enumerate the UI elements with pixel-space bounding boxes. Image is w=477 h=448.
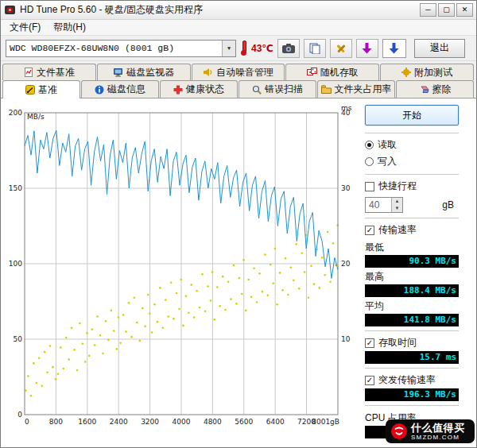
health-cross-icon (173, 85, 183, 95)
menu-file[interactable]: 文件(F) (3, 19, 47, 36)
tab-random-access[interactable]: 随机存取 (285, 64, 379, 80)
thermometer-icon (240, 41, 247, 56)
access-time-label: 存取时间 (378, 336, 417, 350)
spinner[interactable]: ▲▼ (391, 198, 402, 212)
tab-label: 擦除 (432, 83, 452, 96)
info-icon (95, 85, 104, 95)
tab-disk-info[interactable]: 磁盘信息 (81, 80, 159, 98)
tab-folder-usage[interactable]: 文件夹占用率 (317, 80, 395, 98)
file-benchmark-icon (24, 68, 33, 77)
spinner-down-icon[interactable]: ▼ (392, 205, 402, 212)
magnifier-icon (252, 85, 262, 95)
tab-erase[interactable]: 擦除 (396, 80, 474, 98)
divider (365, 368, 459, 369)
svg-text:0: 0 (25, 418, 29, 426)
burst-rate-label: 突发传输速率 (378, 373, 436, 387)
options-button[interactable] (330, 39, 352, 58)
start-button[interactable]: 开始 (365, 105, 459, 126)
drive-select[interactable]: WDC WD80EFZX-68UW8N0 (8001 gB) ▼ (6, 40, 236, 57)
gear-icon (401, 68, 411, 77)
tab-label: 基准 (38, 83, 57, 97)
menubar: 文件(F) 帮助(H) (1, 20, 476, 36)
spinner-up-icon[interactable]: ▲ (392, 198, 402, 205)
temperature-value: 43℃ (251, 43, 273, 54)
read-radio[interactable] (365, 141, 374, 149)
save-results-button[interactable] (356, 39, 378, 58)
access-time-value: 15.7 ms (365, 351, 459, 364)
shortstroke-size-input[interactable]: 40 ▲▼ (365, 197, 403, 213)
copy-button[interactable] (304, 39, 326, 58)
tab-file-benchmark[interactable]: 文件基准 (2, 64, 96, 80)
tab-row-secondary: 文件基准 磁盘监视器 自动噪音管理 (1, 64, 476, 80)
tab-disk-monitor[interactable]: 磁盘监视器 (97, 64, 191, 80)
svg-text:50: 50 (14, 335, 23, 343)
access-time-row[interactable]: ✓ 存取时间 (365, 336, 459, 350)
svg-text:30: 30 (341, 184, 351, 192)
toolbar: WDC WD80EFZX-68UW8N0 (8001 gB) ▼ 43℃ (1, 36, 476, 61)
max-label: 最高 (365, 270, 459, 284)
tab-benchmark[interactable]: 基准 (2, 80, 80, 98)
eraser-icon (419, 85, 429, 94)
svg-text:20: 20 (341, 260, 351, 268)
svg-text:200: 200 (9, 109, 22, 117)
write-label: 写入 (378, 155, 397, 168)
close-button[interactable]: ✕ (456, 3, 473, 17)
burst-rate-checkbox[interactable]: ✓ (365, 376, 374, 385)
smzdm-watermark: 什么值得买 SMZDM.COM (386, 419, 475, 443)
transfer-rate-label: 传输速率 (378, 223, 417, 237)
tab-label: 磁盘信息 (107, 83, 145, 96)
speaker-icon (203, 68, 213, 77)
burst-rate-row[interactable]: ✓ 突发传输速率 (365, 373, 459, 387)
tab-label: 错误扫描 (265, 83, 303, 96)
minimize-button[interactable]: ─ (420, 3, 436, 17)
svg-text:MB/s: MB/s (27, 113, 45, 121)
benchmark-chart: 501001502000MB/s10203040ms08001600240032… (2, 102, 362, 427)
tab-aam[interactable]: 自动噪音管理 (192, 64, 285, 80)
write-radio-row[interactable]: 写入 (365, 155, 459, 168)
write-radio[interactable] (365, 157, 374, 166)
shortstroke-size-value: 40 (366, 198, 391, 212)
svg-text:10: 10 (341, 335, 351, 343)
transfer-rate-row[interactable]: ✓ 传输速率 (365, 223, 459, 237)
tab-label: 健康状态 (186, 83, 224, 96)
menu-help[interactable]: 帮助(H) (47, 19, 92, 36)
shortstroke-unit-label: gB (442, 199, 459, 210)
min-label: 最低 (365, 241, 459, 254)
copy-icon (309, 43, 320, 54)
screenshot-button[interactable] (277, 39, 300, 58)
tab-extra-tests[interactable]: 附加测试 (380, 64, 474, 80)
tab-error-scan[interactable]: 错误扫描 (238, 80, 316, 98)
folder-icon (321, 85, 332, 94)
shortstroke-checkbox[interactable] (365, 182, 374, 191)
benchmark-icon (25, 85, 35, 95)
burst-rate-value: 196.3 MB/s (365, 388, 459, 401)
shortstroke-row[interactable]: 快捷行程 (365, 180, 459, 193)
chevron-down-icon: ▼ (222, 41, 235, 56)
svg-text:6400: 6400 (266, 418, 285, 426)
min-value: 90.3 MB/s (365, 255, 459, 268)
download-panel[interactable] (382, 39, 406, 58)
max-value: 188.4 MB/s (365, 284, 459, 297)
svg-text:800: 800 (49, 418, 63, 426)
svg-text:3200: 3200 (141, 418, 159, 426)
read-radio-row[interactable]: 读取 (365, 138, 459, 152)
benchmark-panel: 501001502000MB/s10203040ms08001600240032… (1, 98, 476, 447)
app-icon (4, 4, 16, 16)
divider (365, 174, 459, 175)
divider (365, 330, 459, 331)
transfer-rate-checkbox[interactable]: ✓ (365, 226, 374, 235)
hdtune-window: HD Tune Pro 5.60 - 硬盘/固态硬盘实用程序 ─ ▢ ✕ 文件(… (0, 0, 477, 448)
read-label: 读取 (378, 138, 397, 152)
dice-icon (307, 68, 317, 77)
access-time-checkbox[interactable]: ✓ (365, 338, 374, 348)
svg-text:8001gB: 8001gB (312, 418, 339, 426)
exit-button[interactable]: 退出 (414, 39, 465, 58)
svg-text:5600: 5600 (235, 418, 253, 426)
titlebar: HD Tune Pro 5.60 - 硬盘/固态硬盘实用程序 ─ ▢ ✕ (1, 1, 476, 20)
tools-icon (335, 43, 347, 54)
svg-text:ms: ms (341, 104, 352, 112)
tab-health[interactable]: 健康状态 (160, 80, 238, 98)
maximize-button[interactable]: ▢ (438, 3, 455, 17)
svg-text:100: 100 (9, 260, 22, 268)
blue-arrow-down-icon (389, 43, 399, 54)
